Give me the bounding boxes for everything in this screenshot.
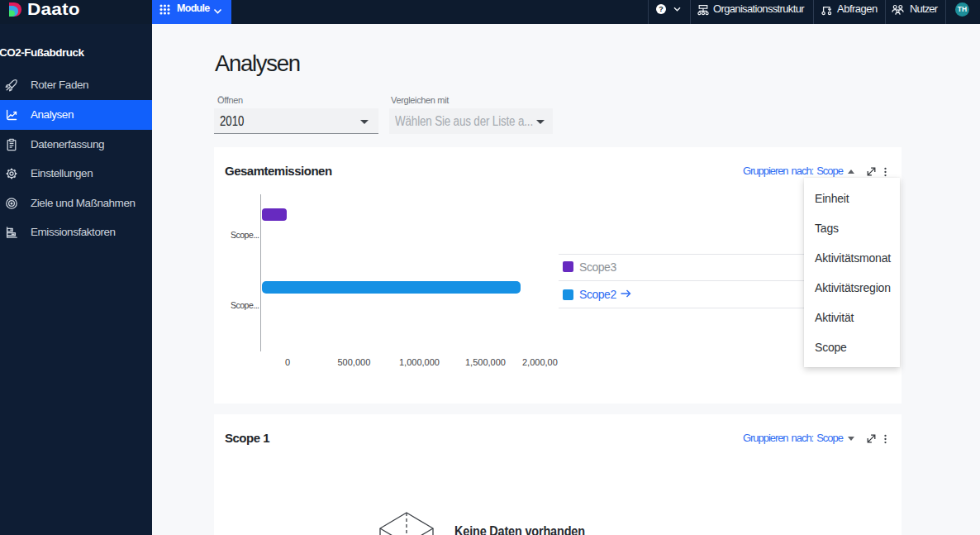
svg-text:?: ? (659, 5, 664, 13)
